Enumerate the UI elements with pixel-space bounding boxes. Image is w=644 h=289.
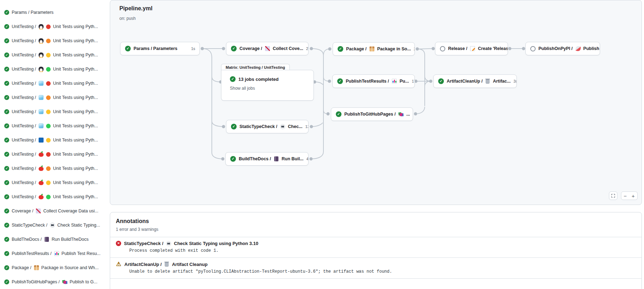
sidebar-item-unittesting-windows-green[interactable]: UnitTesting / Unit Tests using Pyth... <box>4 119 106 133</box>
sidebar-item-buildthedocs[interactable]: BuildTheDocs / Run BuildTheDocs <box>4 232 106 246</box>
python-version-dot <box>46 110 51 114</box>
status-success-icon <box>230 76 236 82</box>
memo-icon <box>470 46 475 51</box>
ice-cube-icon <box>39 123 44 128</box>
check-circle-icon <box>4 180 9 185</box>
node-label: ... <box>406 112 410 117</box>
job-prefix: StaticTypeCheck / <box>12 223 47 228</box>
job-label: Run BuildTheDocs <box>52 237 89 242</box>
job-label: Unit Tests using Pyth... <box>53 138 98 143</box>
graph-node-artifactcleanup[interactable]: ArtifactCleanUp / Artifac... 3s <box>433 74 517 88</box>
error-x-circle-icon <box>116 241 121 246</box>
check-circle-icon <box>4 152 9 157</box>
ice-cube-icon <box>39 109 44 114</box>
blue-square-icon <box>39 138 44 143</box>
graph-node-package[interactable]: Package / Package in So... 25s <box>333 42 415 56</box>
graph-node-buildthedocs[interactable]: BuildTheDocs / Run Buil... 47s <box>225 152 309 166</box>
notebook-icon <box>274 156 278 161</box>
check-circle-icon <box>4 237 9 242</box>
sidebar-item-unittesting-linux-red[interactable]: UnitTesting / Unit Tests using Pyth... <box>4 20 106 34</box>
zoom-in-button[interactable]: + <box>629 191 638 200</box>
check-circle-icon <box>4 138 9 143</box>
python-version-dot <box>46 180 51 185</box>
node-label: Publish to ... <box>583 46 600 51</box>
job-prefix: UnitTesting / <box>12 109 36 114</box>
graph-node-publishtogithubpages[interactable]: PublishToGitHubPages / ... 13s <box>331 107 413 121</box>
ice-cube-icon <box>39 81 44 86</box>
sidebar-item-unittesting-bluesquare-yellow[interactable]: UnitTesting / Unit Tests using Pyth... <box>4 133 106 147</box>
job-prefix: BuildTheDocs / <box>12 237 42 242</box>
job-label: Publish to G... <box>70 279 98 284</box>
sidebar-item-unittesting-macos-green[interactable]: UnitTesting / Unit Tests using Pyth... <box>4 190 106 204</box>
graph-node-publishtestresults[interactable]: PublishTestResults / Pu... 17s <box>332 74 415 88</box>
notebook-icon <box>45 237 49 242</box>
annotation-prefix: ArtifactCleanUp / <box>124 262 162 267</box>
status-success-icon <box>438 78 444 84</box>
node-duration: 17s <box>412 79 415 83</box>
python-version-dot <box>46 24 51 29</box>
annotation-label: Check Static Typing using Python 3.10 <box>174 241 258 246</box>
sidebar-item-publishtogithubpages[interactable]: PublishToGitHubPages / Publish to G... <box>4 275 106 289</box>
sidebar-item-unittesting-windows-red[interactable]: UnitTesting / Unit Tests using Pyth... <box>4 76 106 90</box>
books-icon <box>399 112 403 117</box>
node-label: Create 'Release P... <box>478 46 508 51</box>
node-prefix: PublishToGitHubPages / <box>344 112 396 117</box>
sidebar-item-unittesting-macos-red[interactable]: UnitTesting / Unit Tests using Pyth... <box>4 147 106 161</box>
job-label: Unit Tests using Pyth... <box>53 152 98 157</box>
eyes-icon <box>50 223 55 228</box>
graph-node-statictypecheck[interactable]: StaticTypeCheck / Chec... 13s <box>226 120 309 133</box>
node-prefix: StaticTypeCheck / <box>239 124 277 129</box>
sidebar-item-unittesting-linux-orange[interactable]: UnitTesting / Unit Tests using Pyth... <box>4 34 106 48</box>
node-label: Params / Parameters <box>134 46 177 51</box>
sidebar-item-unittesting-windows-yellow[interactable]: UnitTesting / Unit Tests using Pyth... <box>4 105 106 119</box>
graph-node-publishonpypi[interactable]: PublishOnPyPI / Publish to ... <box>525 42 600 55</box>
node-prefix: Package / <box>346 46 367 51</box>
node-label: Package in So... <box>377 46 411 51</box>
node-duration: 13s <box>305 124 309 129</box>
sidebar-item-unittesting-linux-yellow[interactable]: UnitTesting / Unit Tests using Pyth... <box>4 48 106 62</box>
show-all-jobs-link[interactable]: Show all jobs <box>230 86 255 91</box>
sidebar-item-statictypecheck[interactable]: StaticTypeCheck / Check Static Typing... <box>4 218 106 232</box>
graph-node-release[interactable]: Release / Create 'Release P... <box>435 42 508 55</box>
zoom-out-button[interactable]: − <box>621 191 629 200</box>
job-label: Unit Tests using Pyth... <box>53 166 98 171</box>
warning-triangle-icon <box>116 261 122 267</box>
node-prefix: PublishOnPyPI / <box>538 46 573 51</box>
sidebar-item-unittesting-macos-yellow[interactable]: UnitTesting / Unit Tests using Pyth... <box>4 176 106 190</box>
status-skipped-icon <box>530 46 536 51</box>
sidebar-item-params[interactable]: Params / Parameters <box>4 5 106 20</box>
penguin-icon <box>39 52 44 57</box>
python-version-dot <box>46 95 51 100</box>
chart-increasing-icon <box>36 209 41 213</box>
node-duration: 1s <box>191 46 195 51</box>
bar-chart-icon <box>54 251 59 256</box>
sidebar-item-unittesting-windows-orange[interactable]: UnitTesting / Unit Tests using Pyth... <box>4 90 106 105</box>
node-label: Collect Cove... <box>273 46 303 51</box>
graph-node-params[interactable]: Params / Parameters 1s <box>120 42 200 55</box>
check-circle-icon <box>4 209 9 213</box>
sidebar-item-unittesting-macos-orange[interactable]: UnitTesting / Unit Tests using Pyth... <box>4 161 106 176</box>
node-label: Artifac... <box>493 79 510 84</box>
annotations-card: Annotations 1 error and 3 warnings Stati… <box>110 212 642 289</box>
sidebar-item-publishtestresults[interactable]: PublishTestResults / Publish Test Resu..… <box>4 246 106 261</box>
chart-increasing-icon <box>265 46 270 51</box>
check-circle-icon <box>4 38 9 43</box>
job-prefix: PublishTestResults / <box>12 251 52 256</box>
python-version-dot <box>46 166 51 171</box>
sidebar-item-unittesting-linux-green[interactable]: UnitTesting / Unit Tests using Pyth... <box>4 62 106 76</box>
graph-node-coverage[interactable]: Coverage / Collect Cove... 25s <box>226 42 309 55</box>
python-version-dot <box>46 53 51 57</box>
job-label: Unit Tests using Pyth... <box>53 123 98 128</box>
annotation-message: Process completed with exit code 1. <box>129 248 636 253</box>
python-version-dot <box>46 124 51 128</box>
sidebar-item-coverage[interactable]: Coverage / Collect Coverage Data usi... <box>4 204 106 218</box>
sidebar-item-package[interactable]: Package / Package in Source and Wh... <box>4 261 106 275</box>
workflow-edges <box>110 0 642 205</box>
penguin-icon <box>39 24 44 29</box>
check-circle-icon <box>4 109 9 114</box>
fullscreen-button[interactable] <box>609 191 617 200</box>
job-label: Package in Source and Wh... <box>41 265 99 270</box>
check-circle-icon <box>4 265 9 270</box>
job-label: Unit Tests using Pyth... <box>53 24 98 29</box>
check-circle-icon <box>4 52 9 57</box>
